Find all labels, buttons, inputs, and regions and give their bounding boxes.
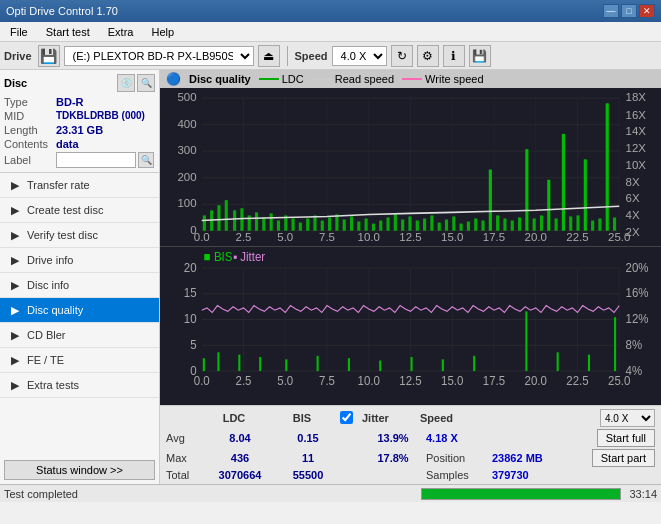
svg-rect-87	[525, 149, 528, 231]
ldc-header: LDC	[204, 412, 264, 424]
sidebar-item-disc-quality[interactable]: ▶ Disc quality	[0, 298, 159, 323]
svg-rect-144	[317, 356, 319, 371]
close-button[interactable]: ✕	[639, 4, 655, 18]
total-samples: 379730	[492, 469, 529, 481]
speed-select[interactable]: 4.0 X Max 1.0 X 2.0 X 6.0 X 8.0 X	[332, 46, 387, 66]
window-controls: — □ ✕	[603, 4, 655, 18]
disc-icon2[interactable]: 🔍	[137, 74, 155, 92]
sidebar-item-verify-test-disc[interactable]: ▶ Verify test disc	[0, 223, 159, 248]
svg-rect-81	[481, 221, 484, 231]
svg-rect-85	[511, 221, 514, 231]
menu-starttest[interactable]: Start test	[40, 25, 96, 39]
fe-te-icon: ▶	[8, 353, 22, 367]
svg-text:2.5: 2.5	[236, 373, 252, 388]
drive-label: Drive	[4, 50, 32, 62]
speed-dropdown[interactable]: 4.0 X Max	[600, 409, 655, 427]
max-label: Max	[166, 452, 202, 464]
sidebar-item-disc-info[interactable]: ▶ Disc info	[0, 273, 159, 298]
svg-text:12X: 12X	[626, 142, 647, 154]
svg-text:■ BIS: ■ BIS	[204, 249, 233, 264]
disc-icon1[interactable]: 💿	[117, 74, 135, 92]
svg-rect-65	[365, 218, 368, 230]
bis-header: BIS	[272, 412, 332, 424]
contents-value: data	[56, 138, 79, 150]
svg-rect-45	[217, 205, 220, 230]
nav-items: ▶ Transfer rate ▶ Create test disc ▶ Ver…	[0, 173, 159, 456]
svg-rect-64	[357, 222, 360, 231]
total-bis: 55500	[278, 469, 338, 481]
label-row: Label 🔍	[4, 152, 155, 168]
titlebar: Opti Drive Control 1.70 — □ ✕	[0, 0, 661, 22]
svg-rect-96	[591, 221, 594, 231]
menu-file[interactable]: File	[4, 25, 34, 39]
start-part-button[interactable]: Start part	[592, 449, 655, 467]
svg-rect-99	[613, 217, 616, 230]
svg-rect-91	[555, 218, 558, 230]
svg-text:▪ Jitter: ▪ Jitter	[233, 249, 265, 264]
sidebar-item-fe-te[interactable]: ▶ FE / TE	[0, 348, 159, 373]
disc-info-icon: ▶	[8, 278, 22, 292]
minimize-button[interactable]: —	[603, 4, 619, 18]
eject-button[interactable]: ⏏	[258, 45, 280, 67]
svg-text:5.0: 5.0	[277, 231, 293, 243]
svg-text:10X: 10X	[626, 159, 647, 171]
svg-text:5.0: 5.0	[277, 373, 293, 388]
settings-button[interactable]: ⚙	[417, 45, 439, 67]
drive-select[interactable]: (E:) PLEXTOR BD-R PX-LB950SA 1.06	[64, 46, 254, 66]
lower-chart: ■ BIS ▪ Jitter	[160, 247, 661, 405]
svg-text:300: 300	[177, 144, 196, 156]
save-button[interactable]: 💾	[469, 45, 491, 67]
read-speed-color	[312, 78, 332, 80]
status-time: 33:14	[629, 488, 657, 500]
progress-bar-container	[421, 488, 621, 500]
upper-chart-svg: 500 400 300 200 100 0 18X 16X 14X 12X 10…	[160, 88, 661, 246]
svg-rect-145	[348, 358, 350, 371]
svg-rect-55	[292, 218, 295, 230]
legend-write-speed: Write speed	[402, 73, 484, 85]
read-speed-label: Read speed	[335, 73, 394, 85]
sidebar-item-create-test-disc[interactable]: ▶ Create test disc	[0, 198, 159, 223]
svg-rect-57	[306, 218, 309, 230]
jitter-checkbox[interactable]	[340, 411, 353, 424]
length-label: Length	[4, 124, 56, 136]
checkbox-col	[340, 411, 354, 426]
svg-rect-94	[576, 215, 579, 230]
total-ldc: 3070664	[210, 469, 270, 481]
samples-label: Samples	[426, 469, 484, 481]
svg-rect-68	[386, 217, 389, 230]
svg-text:16%: 16%	[626, 286, 649, 301]
maximize-button[interactable]: □	[621, 4, 637, 18]
info-button[interactable]: ℹ	[443, 45, 465, 67]
position-label: Position	[426, 452, 484, 464]
max-jitter: 17.8%	[368, 452, 418, 464]
stats-bar: LDC BIS Jitter Speed 4.0 X Max Avg 8.04 …	[160, 405, 661, 484]
svg-rect-73	[423, 218, 426, 230]
label-input[interactable]	[56, 152, 136, 168]
svg-text:8%: 8%	[626, 337, 643, 352]
svg-rect-90	[547, 180, 550, 231]
avg-label: Avg	[166, 432, 202, 444]
label-button[interactable]: 🔍	[138, 152, 154, 168]
avg-speed: 4.18 X	[426, 432, 464, 444]
app-title: Opti Drive Control 1.70	[6, 5, 118, 17]
sidebar-item-extra-tests[interactable]: ▶ Extra tests	[0, 373, 159, 398]
sidebar-item-cd-bler[interactable]: ▶ CD Bler	[0, 323, 159, 348]
avg-ldc: 8.04	[210, 432, 270, 444]
svg-rect-142	[259, 357, 261, 371]
extra-tests-label: Extra tests	[27, 379, 79, 391]
svg-text:400: 400	[177, 118, 196, 130]
start-full-button[interactable]: Start full	[597, 429, 655, 447]
menu-extra[interactable]: Extra	[102, 25, 140, 39]
svg-text:100: 100	[177, 197, 196, 209]
sidebar-item-transfer-rate[interactable]: ▶ Transfer rate	[0, 173, 159, 198]
disc-panel: Disc 💿 🔍 Type BD-R MID TDKBLDRBB (000) L…	[0, 70, 159, 173]
svg-rect-63	[350, 216, 353, 230]
menu-help[interactable]: Help	[145, 25, 180, 39]
status-window-button[interactable]: Status window >>	[4, 460, 155, 480]
total-label: Total	[166, 469, 202, 481]
svg-rect-60	[328, 217, 331, 230]
sidebar-item-drive-info[interactable]: ▶ Drive info	[0, 248, 159, 273]
svg-rect-98	[606, 103, 609, 230]
refresh-button[interactable]: ↻	[391, 45, 413, 67]
max-ldc: 436	[210, 452, 270, 464]
